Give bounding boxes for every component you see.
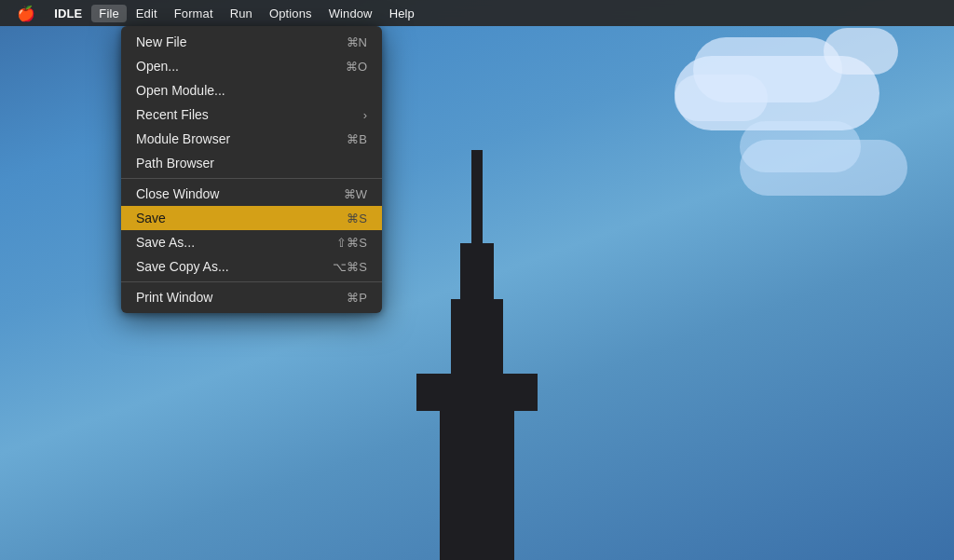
menu-item-print-window-label: Print Window — [136, 290, 212, 305]
menubar: 🍎 IDLE File Edit Format Run Options Wind… — [0, 0, 954, 26]
menu-item-save-label: Save — [136, 211, 166, 225]
menu-item-print-window[interactable]: Print Window ⌘P — [121, 285, 382, 309]
menu-item-new-file-shortcut: ⌘N — [347, 35, 367, 49]
menubar-item-edit[interactable]: Edit — [129, 5, 165, 22]
menu-item-print-window-shortcut: ⌘P — [347, 291, 367, 305]
menu-item-module-browser-label: Module Browser — [136, 131, 230, 146]
menubar-item-window[interactable]: Window — [321, 5, 380, 22]
menu-item-close-window[interactable]: Close Window ⌘W — [121, 182, 382, 206]
menu-item-recent-files[interactable]: Recent Files › — [121, 102, 382, 127]
menubar-item-help[interactable]: Help — [382, 5, 422, 22]
menu-item-save-as-shortcut: ⇧⌘S — [336, 236, 367, 250]
menu-item-open-shortcut: ⌘O — [346, 60, 367, 74]
menu-item-path-browser[interactable]: Path Browser — [121, 151, 382, 175]
separator-2 — [121, 281, 382, 282]
menu-item-save-copy-as-label: Save Copy As... — [136, 259, 229, 274]
menu-item-save[interactable]: Save ⌘S — [121, 206, 382, 230]
menu-item-close-window-label: Close Window — [136, 186, 219, 201]
menu-item-open[interactable]: Open... ⌘O — [121, 54, 382, 78]
menubar-item-file[interactable]: File — [91, 5, 126, 22]
menu-item-close-window-shortcut: ⌘W — [344, 187, 367, 201]
menu-item-module-browser-shortcut: ⌘B — [347, 132, 367, 146]
menu-item-save-as[interactable]: Save As... ⇧⌘S — [121, 230, 382, 254]
menu-item-new-file-label: New File — [136, 34, 186, 49]
menu-item-save-as-label: Save As... — [136, 235, 195, 250]
menu-item-new-file[interactable]: New File ⌘N — [121, 30, 382, 54]
menu-item-save-copy-as[interactable]: Save Copy As... ⌥⌘S — [121, 254, 382, 279]
menu-item-save-shortcut: ⌘S — [347, 212, 367, 225]
menu-item-save-copy-as-shortcut: ⌥⌘S — [333, 260, 367, 274]
separator-1 — [121, 178, 382, 179]
menu-item-module-browser[interactable]: Module Browser ⌘B — [121, 127, 382, 151]
menu-item-path-browser-label: Path Browser — [136, 156, 214, 171]
menu-item-open-label: Open... — [136, 59, 179, 74]
menu-item-open-module-label: Open Module... — [136, 83, 225, 98]
menubar-item-options[interactable]: Options — [262, 5, 320, 22]
apple-menu[interactable]: 🍎 — [7, 3, 45, 24]
file-dropdown-menu: New File ⌘N Open... ⌘O Open Module... Re… — [121, 26, 382, 313]
menu-item-open-module[interactable]: Open Module... — [121, 78, 382, 102]
menubar-item-run[interactable]: Run — [223, 5, 260, 22]
menu-item-recent-files-label: Recent Files — [136, 107, 209, 122]
submenu-arrow-icon: › — [363, 108, 367, 122]
menubar-item-idle[interactable]: IDLE — [47, 5, 89, 22]
menubar-item-format[interactable]: Format — [167, 5, 221, 22]
